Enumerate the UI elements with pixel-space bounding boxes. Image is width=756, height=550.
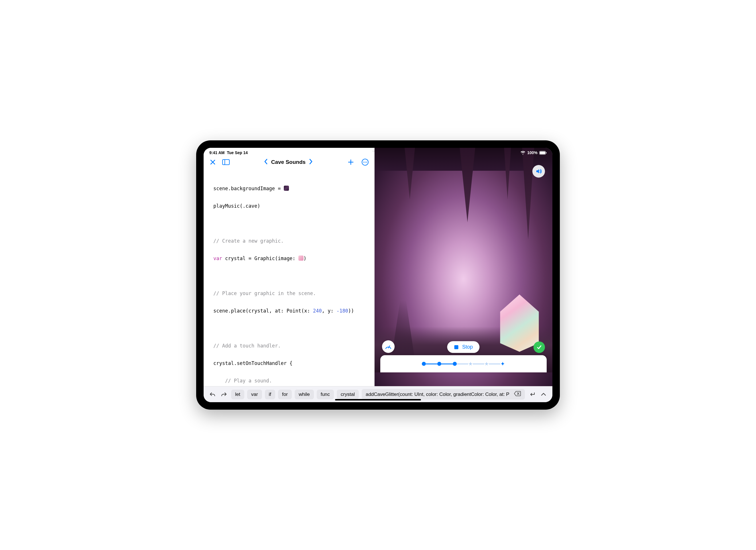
code-comment: // Create a new graphic. [213,238,284,244]
progress-step [453,362,457,366]
keyword-chip-crystal[interactable]: crystal [337,390,359,399]
code-text: playMusic(.cave) [213,203,260,209]
code-text: scene.backgroundImage = [213,186,284,191]
svg-rect-3 [223,159,229,165]
stop-label: Stop [462,344,473,350]
page-title: Cave Sounds [271,159,306,165]
keyword-chip-if[interactable]: if [265,390,275,399]
delete-icon[interactable] [514,391,521,398]
keyword-chip-while[interactable]: while [295,390,314,399]
progress-indicator: ★ ★ ✦ [422,360,505,367]
code-text: )) [348,308,354,314]
screen: 9:41 AM Tue Sep 14 100% ••• [204,148,552,402]
code-comment: // Add a touch handler. [213,343,281,349]
stop-icon [454,345,459,350]
svg-point-8 [366,161,367,162]
code-text: crystal.setOnTouchHandler { [213,360,292,366]
keyword-chip-var[interactable]: var [247,390,262,399]
dismiss-keyboard-button[interactable] [539,393,548,397]
progress-connector [441,364,453,364]
progress-step [437,362,441,366]
progress-tray[interactable]: ★ ★ ✦ [380,355,547,373]
suggestion-text: addCaveGlitter(count: UInt, color: Color… [366,392,509,397]
keyword-chip-let[interactable]: let [231,390,244,399]
return-button[interactable] [528,392,536,397]
sound-toggle-button[interactable] [532,165,545,177]
editor-header: Cave Sounds [204,148,374,169]
undo-button[interactable] [208,392,217,397]
success-check-button[interactable] [533,342,545,353]
code-text: scene.place(crystal, at: Point(x: [213,308,313,314]
code-number: 240 [313,308,322,314]
nav-forward-icon[interactable] [309,158,313,166]
ipad-device-frame: 9:41 AM Tue Sep 14 100% ••• [196,140,560,410]
image-literal-bg[interactable] [284,186,289,191]
stop-button[interactable]: Stop [447,341,480,353]
progress-star: ★ [468,361,473,367]
code-number: -180 [336,308,348,314]
code-text: crystal = Graphic(image: [222,255,298,261]
home-indicator[interactable] [335,399,421,401]
sidebar-toggle-icon[interactable] [222,158,230,166]
image-literal-crystal[interactable] [298,255,304,261]
progress-star-final: ✦ [500,360,505,367]
code-text: ) [304,255,306,261]
more-menu-icon[interactable] [361,158,369,166]
close-button[interactable] [209,158,217,166]
code-editor-pane: Cave Sounds scene.backgro [204,148,375,386]
progress-connector [426,364,437,364]
content-area: Cave Sounds scene.backgro [204,148,552,386]
code-editor[interactable]: scene.backgroundImage = playMusic(.cave)… [204,169,374,386]
keyword-chip-for[interactable]: for [278,390,292,399]
code-keyword: var [213,255,222,261]
progress-connector [489,364,500,364]
code-text: , y: [322,308,336,314]
svg-point-6 [363,161,364,162]
live-scene-pane[interactable]: Stop ★ ★ [375,148,552,386]
keyword-chip-func[interactable]: func [317,390,334,399]
code-comment: // Place your graphic in the scene. [213,291,316,296]
add-button[interactable] [347,158,355,166]
code-completion-suggestion[interactable]: addCaveGlitter(count: UInt, color: Color… [362,389,525,400]
nav-back-icon[interactable] [264,158,268,166]
svg-point-7 [365,161,365,162]
progress-connector [457,364,468,364]
progress-connector [473,364,484,364]
redo-button[interactable] [220,392,228,397]
svg-rect-10 [454,345,458,349]
progress-star: ★ [484,361,489,367]
crystal-graphic[interactable] [498,295,541,352]
progress-step [422,362,426,366]
code-comment: // Play a sound. [213,378,272,384]
speed-button[interactable] [382,340,395,353]
